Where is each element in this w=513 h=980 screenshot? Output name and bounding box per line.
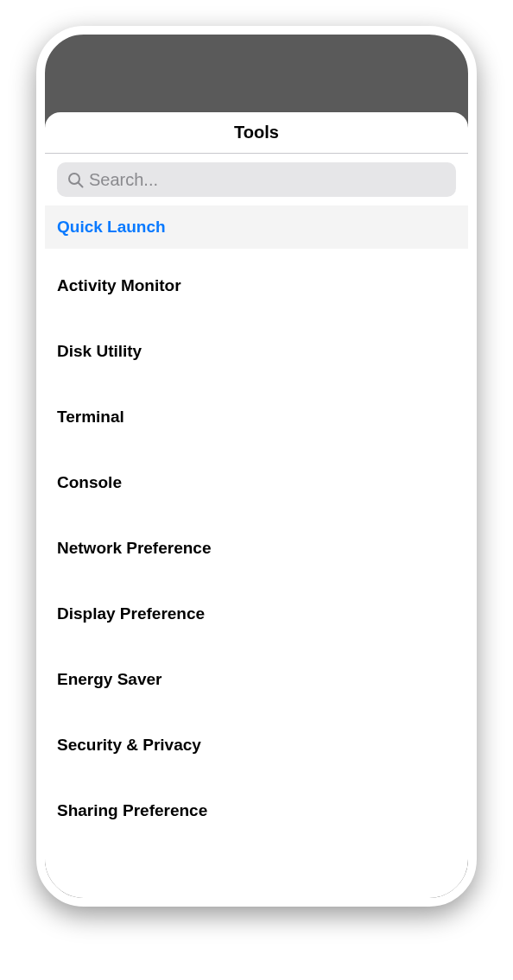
list-item-terminal[interactable]: Terminal (45, 395, 468, 439)
list-item-sharing-preference[interactable]: Sharing Preference (45, 789, 468, 832)
list-item-display-preference[interactable]: Display Preference (45, 592, 468, 635)
device-frame: Tools Quick Launch Activity Monitor (36, 26, 477, 907)
nav-bar: Tools (45, 112, 468, 154)
search-bar[interactable] (57, 162, 456, 197)
list-item-security-privacy[interactable]: Security & Privacy (45, 724, 468, 767)
tools-list: Quick Launch Activity Monitor Disk Utili… (45, 205, 468, 832)
list-item-label: Display Preference (57, 604, 205, 623)
list-item-label: Terminal (57, 408, 124, 427)
list-item-label: Console (57, 473, 122, 492)
list-item-network-preference[interactable]: Network Preference (45, 527, 468, 570)
list-item-quick-launch[interactable]: Quick Launch (45, 205, 468, 249)
list-item-console[interactable]: Console (45, 461, 468, 504)
list-item-label: Sharing Preference (57, 801, 207, 820)
page-title: Tools (234, 123, 279, 142)
screen: Tools Quick Launch Activity Monitor (45, 112, 468, 898)
list-item-label: Quick Launch (57, 218, 166, 237)
list-item-energy-saver[interactable]: Energy Saver (45, 658, 468, 701)
list-item-label: Activity Monitor (57, 276, 181, 295)
list-item-label: Disk Utility (57, 342, 142, 361)
list-item-label: Energy Saver (57, 670, 162, 689)
svg-point-0 (69, 174, 79, 184)
list-item-activity-monitor[interactable]: Activity Monitor (45, 264, 468, 307)
search-container (45, 154, 468, 205)
list-item-label: Network Preference (57, 539, 211, 558)
search-input[interactable] (89, 170, 446, 190)
svg-line-1 (79, 183, 83, 187)
search-icon (67, 172, 84, 188)
list-item-label: Security & Privacy (57, 736, 201, 755)
list-item-disk-utility[interactable]: Disk Utility (45, 330, 468, 373)
